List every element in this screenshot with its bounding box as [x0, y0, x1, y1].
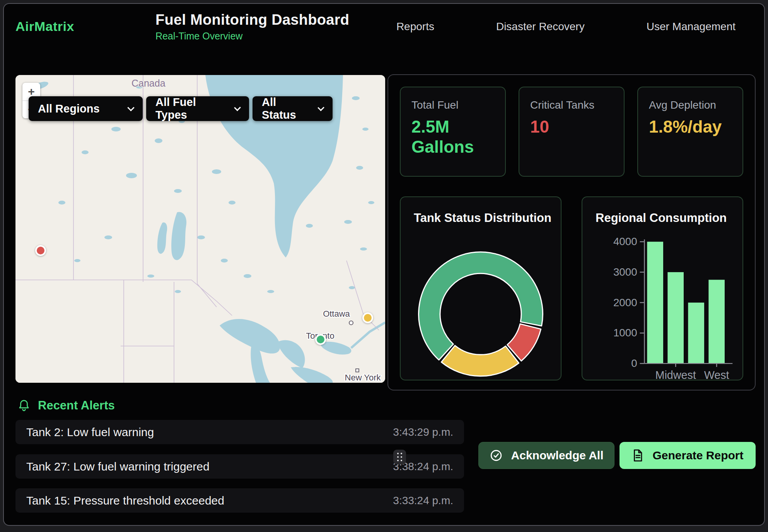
y-tick-label: 0	[631, 357, 637, 369]
alerts-header: Recent Alerts	[18, 399, 115, 413]
chevron-down-icon	[234, 104, 241, 111]
map-label-newyork: New York	[345, 373, 381, 382]
report-document-icon	[631, 449, 644, 462]
x-tick-label: Midwest	[655, 369, 696, 380]
page-subtitle: Real-Time Overview	[155, 31, 349, 42]
stat-value: 2.5M Gallons	[411, 117, 494, 157]
header: AirMatrix Fuel Monitoring Dashboard Real…	[4, 4, 764, 49]
donut-segment-warning	[441, 346, 519, 376]
tank-status-chart-card: Tank Status Distribution	[400, 196, 561, 380]
page-title: Fuel Monitoring Dashboard	[155, 12, 349, 28]
status-filter-select[interactable]: All Status	[253, 96, 333, 121]
tank-status-donut-chart	[401, 197, 561, 380]
acknowledge-all-label: Acknowledge All	[511, 449, 604, 462]
generate-report-label: Generate Report	[652, 449, 743, 462]
chart-cards: Tank Status Distribution Regional Consum…	[400, 196, 743, 380]
tank-marker-warning[interactable]	[362, 312, 373, 323]
map-label-canada: Canada	[131, 78, 166, 89]
dashboard-root: AirMatrix Fuel Monitoring Dashboard Real…	[3, 3, 765, 526]
nav-disaster-recovery[interactable]: Disaster Recovery	[496, 20, 585, 33]
tank-marker-normal[interactable]	[315, 334, 326, 345]
bar-region-3	[708, 280, 725, 364]
stat-label: Total Fuel	[411, 99, 494, 111]
alert-time: 3:43:29 p.m.	[393, 426, 453, 438]
alert-text: Tank 27: Low fuel warning triggered	[26, 460, 210, 473]
stat-card-total-fuel: Total Fuel 2.5M Gallons	[400, 87, 506, 177]
y-tick-label: 4000	[613, 235, 637, 247]
check-circle-icon	[490, 449, 503, 462]
region-filter-value: All Regions	[38, 102, 100, 115]
acknowledge-all-button[interactable]: Acknowledge All	[478, 442, 614, 469]
y-tick-label: 2000	[613, 297, 637, 309]
regional-consumption-bar-chart: 01000200030004000MidwestWest	[582, 197, 742, 380]
stat-value: 1.8%/day	[649, 117, 711, 137]
fuel-filter-value: All Fuel Types	[155, 96, 225, 121]
alert-row: Tank 15: Pressure threshold exceeded 3:3…	[15, 488, 464, 513]
alert-text: Tank 15: Pressure threshold exceeded	[26, 494, 224, 507]
regional-consumption-chart-card: Regional Consumption 01000200030004000Mi…	[582, 196, 743, 380]
stat-cards: Total Fuel 2.5M Gallons Critical Tanks 1…	[400, 87, 743, 177]
generate-report-button[interactable]: Generate Report	[620, 442, 756, 469]
map-panel[interactable]: Canada Ottawa Toronto New York + − All R…	[15, 75, 385, 383]
y-tick-label: 1000	[613, 327, 637, 339]
alert-time: 3:33:24 p.m.	[393, 494, 453, 507]
tank-marker-critical[interactable]	[35, 245, 46, 256]
stat-value: 10	[530, 117, 613, 137]
nav-user-management[interactable]: User Management	[647, 20, 736, 33]
bell-icon	[18, 399, 30, 412]
map-filters: All Regions All Fuel Types All Status	[29, 96, 333, 121]
y-tick-label: 3000	[613, 266, 637, 278]
stat-label: Critical Tanks	[530, 99, 613, 111]
bar-region-0	[647, 242, 663, 363]
stat-card-critical-tanks: Critical Tanks 10	[519, 87, 625, 177]
metrics-panel: Total Fuel 2.5M Gallons Critical Tanks 1…	[387, 74, 756, 390]
fuel-type-filter-select[interactable]: All Fuel Types	[146, 96, 249, 121]
bar-region-2	[688, 303, 704, 363]
page-titles: Fuel Monitoring Dashboard Real-Time Over…	[155, 12, 349, 42]
brand-logo: AirMatrix	[15, 19, 74, 34]
map-label-ottawa: Ottawa	[323, 309, 350, 319]
nav-reports[interactable]: Reports	[396, 20, 434, 33]
status-filter-value: All Status	[262, 96, 309, 121]
chevron-down-icon	[317, 104, 324, 111]
region-filter-select[interactable]: All Regions	[29, 96, 143, 121]
main-nav: Reports Disaster Recovery User Managemen…	[396, 20, 736, 33]
stat-card-avg-depletion: Avg Depletion 1.8%/day	[637, 87, 743, 177]
chevron-down-icon	[127, 104, 134, 111]
alert-row: Tank 2: Low fuel warning 3:43:29 p.m.	[15, 420, 464, 444]
stat-label: Avg Depletion	[649, 99, 732, 111]
alerts-title: Recent Alerts	[38, 399, 115, 413]
bar-region-1	[667, 272, 684, 363]
alert-text: Tank 2: Low fuel warning	[26, 426, 154, 439]
x-tick-label: West	[704, 369, 729, 380]
map-resize-handle[interactable]	[393, 450, 406, 464]
